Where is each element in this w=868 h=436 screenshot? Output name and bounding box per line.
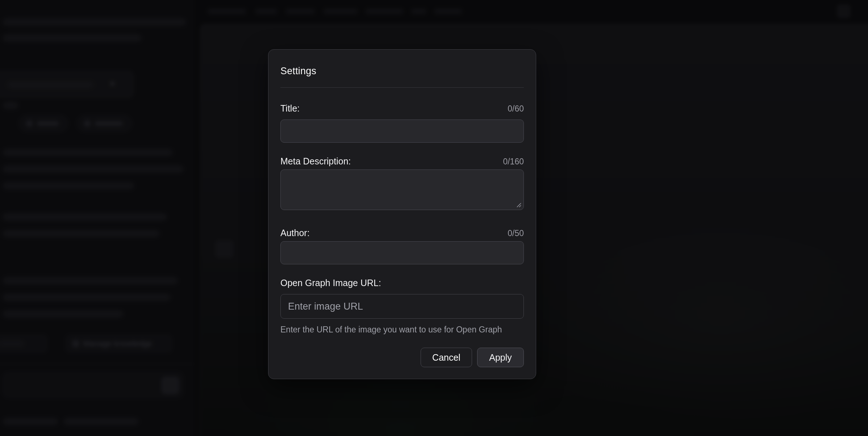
author-label: Author: [280, 227, 310, 238]
resize-grip-icon[interactable] [516, 202, 521, 207]
settings-dialog: Settings Title: 0/60 Meta Description: 0… [268, 49, 536, 379]
og-image-helper-text: Enter the URL of the image you want to u… [280, 324, 524, 335]
title-input[interactable] [280, 120, 524, 143]
title-char-counter: 0/60 [508, 104, 524, 114]
og-image-url-label: Open Graph Image URL: [280, 277, 381, 288]
apply-button[interactable]: Apply [477, 348, 524, 367]
meta-description-label: Meta Description: [280, 156, 351, 167]
author-char-counter: 0/50 [508, 229, 524, 238]
og-image-url-input[interactable] [280, 294, 524, 319]
author-input[interactable] [280, 241, 524, 264]
dialog-title: Settings [280, 65, 524, 77]
cancel-button[interactable]: Cancel [421, 348, 472, 367]
meta-description-textarea[interactable] [280, 169, 524, 210]
title-label: Title: [280, 103, 300, 114]
dialog-divider [280, 87, 524, 88]
meta-description-char-counter: 0/160 [503, 157, 524, 167]
